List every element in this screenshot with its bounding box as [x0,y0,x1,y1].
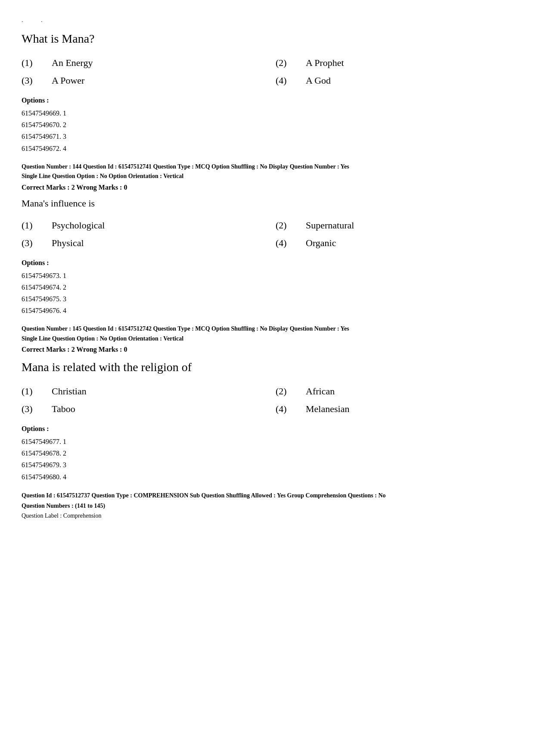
question-143-block: · · What is Mana? (1) An Energy (2) A Pr… [22,17,512,154]
option-ids-143: 61547549669. 1 61547549670. 2 6154754967… [22,107,512,154]
option-text: Melanesian [306,402,349,416]
option-id: 61547549680. 4 [22,471,512,483]
options-label-145: Options : [22,424,512,434]
option-id: 61547549679. 3 [22,459,512,471]
option-id: 61547549678. 2 [22,447,512,459]
option-number: (1) [22,218,39,232]
question-label-value: Comprehension [63,512,102,519]
option-number: (4) [276,236,293,250]
option-144-3: (3) Physical [22,236,258,250]
option-id: 61547549671. 3 [22,131,512,142]
option-145-1: (1) Christian [22,384,258,398]
option-text: Physical [52,236,84,250]
question-144-text: Mana's influence is [22,196,512,210]
question-145-meta: Question Number : 145 Question Id : 6154… [22,324,512,344]
question-143-options: (1) An Energy (2) A Prophet (3) A Power … [22,56,512,87]
question-145-marks: Correct Marks : 2 Wrong Marks : 0 [22,344,512,355]
option-number: (2) [276,384,293,398]
option-143-1: (1) An Energy [22,56,258,70]
option-text: A God [306,73,331,87]
option-text: A Prophet [306,56,344,70]
comprehension-question-numbers: Question Numbers : (141 to 145) [22,501,512,511]
option-143-3: (3) A Power [22,73,258,87]
question-144-marks: Correct Marks : 2 Wrong Marks : 0 [22,182,512,193]
option-number: (1) [22,56,39,70]
option-id: 61547549675. 3 [22,293,512,305]
option-number: (2) [276,56,293,70]
option-145-2: (2) African [276,384,512,398]
option-id: 61547549674. 2 [22,281,512,293]
question-145-options: (1) Christian (2) African (3) Taboo (4) … [22,384,512,416]
options-label-144: Options : [22,258,512,268]
question-144-meta: Question Number : 144 Question Id : 6154… [22,162,512,181]
option-144-4: (4) Organic [276,236,512,250]
option-id: 61547549677. 1 [22,436,512,447]
option-text: A Power [52,73,84,87]
option-text: African [306,384,335,398]
option-number: (2) [276,218,293,232]
option-ids-144: 61547549673. 1 61547549674. 2 6154754967… [22,270,512,317]
options-label-143: Options : [22,95,512,106]
option-id: 61547549676. 4 [22,305,512,316]
comprehension-footer: Question Id : 61547512737 Question Type … [22,490,512,521]
dots-separator: · · [22,17,512,26]
comprehension-label-line: Question Label : Comprehension [22,511,512,521]
option-text: Supernatural [306,218,354,232]
option-145-4: (4) Melanesian [276,402,512,416]
option-143-2: (2) A Prophet [276,56,512,70]
option-number: (3) [22,73,39,87]
option-number: (4) [276,402,293,416]
option-text: An Energy [52,56,93,70]
option-144-1: (1) Psychological [22,218,258,232]
option-number: (1) [22,384,39,398]
option-text: Christian [52,384,87,398]
option-text: Organic [306,236,336,250]
option-id: 61547549669. 1 [22,107,512,119]
question-144-block: Question Number : 144 Question Id : 6154… [22,162,512,317]
option-143-4: (4) A God [276,73,512,87]
comprehension-meta: Question Id : 61547512737 Question Type … [22,490,512,501]
question-145-text: Mana is related with the religion of [22,358,512,376]
option-145-3: (3) Taboo [22,402,258,416]
option-number: (3) [22,402,39,416]
option-id: 61547549673. 1 [22,270,512,281]
option-text: Taboo [52,402,75,416]
option-id: 61547549672. 4 [22,143,512,154]
option-text: Psychological [52,218,105,232]
option-144-2: (2) Supernatural [276,218,512,232]
question-143-text: What is Mana? [22,30,512,48]
question-145-block: Question Number : 145 Question Id : 6154… [22,324,512,483]
option-id: 61547549670. 2 [22,119,512,131]
question-144-options: (1) Psychological (2) Supernatural (3) P… [22,218,512,250]
question-label-prefix: Question Label : [22,512,63,519]
option-number: (4) [276,73,293,87]
option-number: (3) [22,236,39,250]
option-ids-145: 61547549677. 1 61547549678. 2 6154754967… [22,436,512,483]
